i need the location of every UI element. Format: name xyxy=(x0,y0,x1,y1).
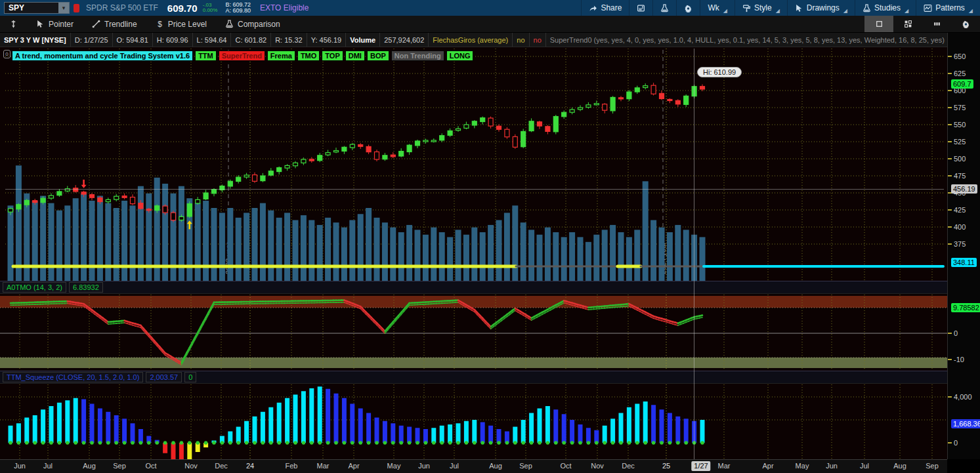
time-axis[interactable]: JunJulAugSepOctNovDec24FebMarAprMayJunJu… xyxy=(0,459,947,473)
chart-settings-icon[interactable] xyxy=(951,16,980,32)
menu-label: Wk xyxy=(708,3,719,12)
menu-flask-icon[interactable] xyxy=(652,0,676,16)
squeeze-study-title[interactable]: TTM_Squeeze (CLOSE, 20, 1.5, 2.0, 1.0) xyxy=(3,372,143,382)
symbol-input[interactable]: SPY ▾ xyxy=(4,2,70,14)
squeeze-study-value2: 0 xyxy=(184,372,196,382)
last-price: 609.70 xyxy=(167,3,198,14)
symbol-dropdown-icon[interactable]: ▾ xyxy=(58,3,69,13)
tick-label: -10 xyxy=(954,356,964,363)
axis-badge: 9.78582 xyxy=(951,303,980,312)
axis-tick: -10 xyxy=(948,356,980,363)
month-label: Aug xyxy=(83,462,96,470)
axis-badge: 348.11 xyxy=(951,258,977,267)
study-label-row: A trend, momentum and cycle Trading Syst… xyxy=(12,51,473,61)
ask-value: A: 609.80 xyxy=(225,8,251,14)
menu-patterns[interactable]: Patterns◢ xyxy=(916,0,980,16)
grid-layout-icon[interactable] xyxy=(893,16,922,32)
tmo-chart-pane[interactable] xyxy=(0,294,947,371)
price-axis[interactable]: 6506256005755505255004754504254003750-10… xyxy=(947,33,980,459)
tool-trendline[interactable]: Trendline xyxy=(83,16,146,32)
tick-mark xyxy=(948,226,952,228)
menu-news-icon[interactable] xyxy=(629,0,652,16)
chevron-down-icon: ◢ xyxy=(969,8,973,14)
squeeze-chart-pane[interactable] xyxy=(0,384,947,459)
tmo-study-title[interactable]: A0TMO (14, 3, 2) xyxy=(3,282,66,293)
tick-mark xyxy=(948,396,952,398)
tool-label: Comparison xyxy=(238,20,280,29)
month-label: Sep xyxy=(113,462,126,470)
menu-wk[interactable]: Wk◢ xyxy=(700,0,734,16)
menu-gear-icon[interactable] xyxy=(676,0,700,16)
study-flag-icon[interactable]: 0 xyxy=(3,50,11,58)
tick-mark xyxy=(948,107,952,108)
month-label: Jul xyxy=(43,462,53,470)
grid-icon xyxy=(904,20,912,28)
axis-tick: 0 xyxy=(948,439,980,447)
tool-pointer[interactable]: Pointer xyxy=(27,16,83,32)
flask-icon xyxy=(660,4,669,12)
header-segment: C: 601.82 xyxy=(231,33,271,47)
study-chip: Non Trending xyxy=(391,51,444,61)
study-chip: DMI xyxy=(345,51,365,61)
tool-price-level[interactable]: Price Level xyxy=(146,16,216,32)
axis-tick: 550 xyxy=(948,121,980,129)
header-segment: O: 594.81 xyxy=(113,33,153,47)
panels-icon[interactable] xyxy=(922,16,951,32)
axis-badge: 609.7 xyxy=(951,79,973,89)
study-chip: TOP xyxy=(322,51,343,61)
header-segment: H: 609.96 xyxy=(153,33,193,47)
axis-tick: 650 xyxy=(948,52,980,60)
pin-icon xyxy=(9,20,18,28)
tmo-study-value: 6.83932 xyxy=(69,282,103,293)
chevron-down-icon: ◢ xyxy=(723,8,727,14)
tick-label: 500 xyxy=(954,155,966,163)
header-segment: Y: 456.19 xyxy=(307,33,347,47)
axis-badge: 1,668.36 xyxy=(951,419,980,428)
study-chip: SuperTrend xyxy=(219,51,265,61)
month-label: Dec xyxy=(215,462,228,470)
study-chip: TTM xyxy=(195,51,217,61)
top-bar-menu: ShareWk◢Style◢Drawings◢Studies◢Patterns◢ xyxy=(581,0,980,16)
menu-style[interactable]: Style◢ xyxy=(735,0,787,16)
tool-label: Pointer xyxy=(49,20,74,29)
tick-mark xyxy=(948,56,952,57)
axis-tick: 500 xyxy=(948,155,980,163)
axis-tick: 425 xyxy=(948,206,980,214)
month-label: 24 xyxy=(246,462,254,470)
month-label: Nov xyxy=(184,462,198,470)
line-icon xyxy=(92,20,100,28)
header-segment: FlechasGiros (average) xyxy=(429,33,513,47)
menu-label: Style xyxy=(754,3,772,12)
header-segment: Volume xyxy=(346,33,380,47)
axis-tick: 575 xyxy=(948,104,980,112)
menu-studies[interactable]: Studies◢ xyxy=(855,0,916,16)
drawing-tools: PointerTrendlinePrice LevelComparison xyxy=(0,16,289,32)
axis-tick: 375 xyxy=(948,240,980,248)
study-chip: A trend, momentum and cycle Trading Syst… xyxy=(12,51,193,61)
cursor-icon xyxy=(795,4,803,12)
month-label: Aug xyxy=(893,462,906,470)
price-chart-pane[interactable]: 2023 year2024 year xyxy=(0,47,947,281)
header-segment: no xyxy=(513,33,529,47)
month-label: Jun xyxy=(14,462,26,470)
month-label: Mar xyxy=(317,462,330,470)
tool-pin[interactable] xyxy=(0,16,27,32)
tick-mark xyxy=(948,158,952,159)
symbol-text: SPY xyxy=(5,3,58,12)
exto-eligible-label: EXTO Eligible xyxy=(260,3,309,12)
tick-label: 4,000 xyxy=(954,393,972,401)
tool-comparison[interactable]: Comparison xyxy=(216,16,289,32)
squeeze-pane-header: TTM_Squeeze (CLOSE, 20, 1.5, 2.0, 1.0) 2… xyxy=(0,371,947,384)
menu-drawings[interactable]: Drawings◢ xyxy=(787,0,855,16)
axis-tick: 525 xyxy=(948,138,980,146)
axis-tick: 475 xyxy=(948,172,980,180)
single-chart-icon[interactable] xyxy=(864,16,893,32)
header-segment: R: 15.32 xyxy=(271,33,307,47)
month-label: May xyxy=(796,462,809,470)
chevron-down-icon: ◢ xyxy=(776,8,780,14)
month-label: Nov xyxy=(591,462,604,470)
tick-label: 650 xyxy=(954,52,966,60)
tool-label: Price Level xyxy=(168,20,207,29)
menu-share[interactable]: Share xyxy=(581,0,629,16)
drawing-toolbar: PointerTrendlinePrice LevelComparison xyxy=(0,16,980,33)
